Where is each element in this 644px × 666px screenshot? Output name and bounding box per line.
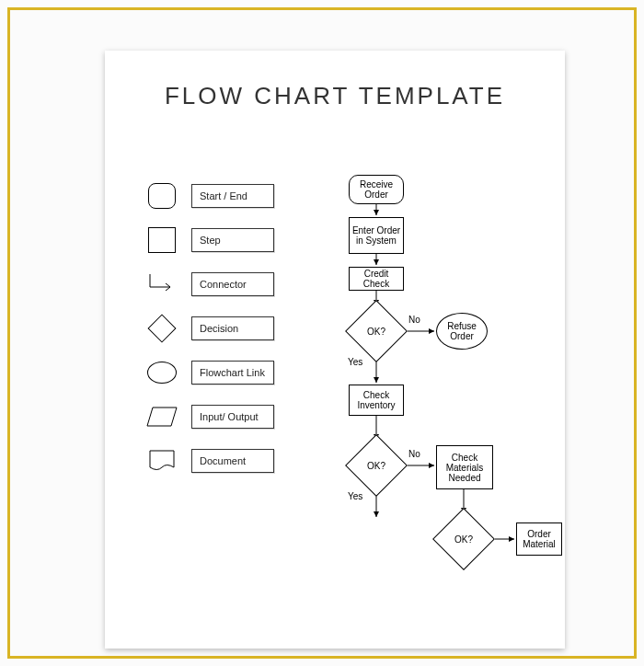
legend-label: Input/ Output (191, 405, 274, 429)
node-decision-ok2 (345, 434, 408, 497)
legend-label: Connector (191, 272, 274, 296)
legend-row-step: Step (142, 224, 298, 257)
svg-marker-0 (147, 408, 177, 426)
edge-label-yes: Yes (348, 357, 362, 367)
legend-row-link: Flowchart Link (142, 356, 298, 389)
terminator-icon (142, 179, 182, 212)
document-icon (142, 444, 182, 477)
legend-row-decision: Decision (142, 312, 298, 345)
page-title: FLOW CHART TEMPLATE (105, 82, 565, 110)
node-check-inventory: Check Inventory (349, 385, 404, 416)
io-icon (142, 400, 182, 433)
legend-row-connector: Connector (142, 268, 298, 301)
edge-label-no: No (408, 449, 420, 459)
node-enter-order: Enter Order in System (349, 217, 404, 254)
legend-label: Flowchart Link (191, 361, 274, 385)
node-credit-check: Credit Check (349, 267, 404, 291)
legend-label: Start / End (191, 184, 274, 208)
node-refuse-order: Refuse Order (436, 313, 488, 350)
step-icon (142, 224, 182, 257)
legend-row-terminator: Start / End (142, 179, 298, 212)
node-decision-ok3 (432, 508, 495, 570)
legend: Start / End Step Connector (142, 179, 298, 488)
node-order-material: Order Material (516, 522, 562, 556)
link-icon (142, 356, 182, 389)
connector-icon (142, 268, 182, 301)
edge-label-yes: Yes (348, 491, 362, 501)
node-decision-ok1 (345, 300, 408, 362)
legend-row-io: Input/ Output (142, 400, 298, 433)
edge-label-no: No (408, 315, 420, 325)
legend-label: Decision (191, 316, 274, 340)
legend-label: Step (191, 228, 274, 252)
node-check-materials: Check Materials Needed (436, 445, 493, 489)
decision-icon (142, 312, 182, 345)
flowchart: Receive Order Enter Order in System Cred… (316, 175, 556, 644)
document-page: FLOW CHART TEMPLATE Start / End Step (105, 51, 565, 649)
node-receive-order: Receive Order (349, 175, 404, 204)
gold-frame: FLOW CHART TEMPLATE Start / End Step (7, 7, 637, 659)
legend-label: Document (191, 449, 274, 473)
legend-row-document: Document (142, 444, 298, 477)
